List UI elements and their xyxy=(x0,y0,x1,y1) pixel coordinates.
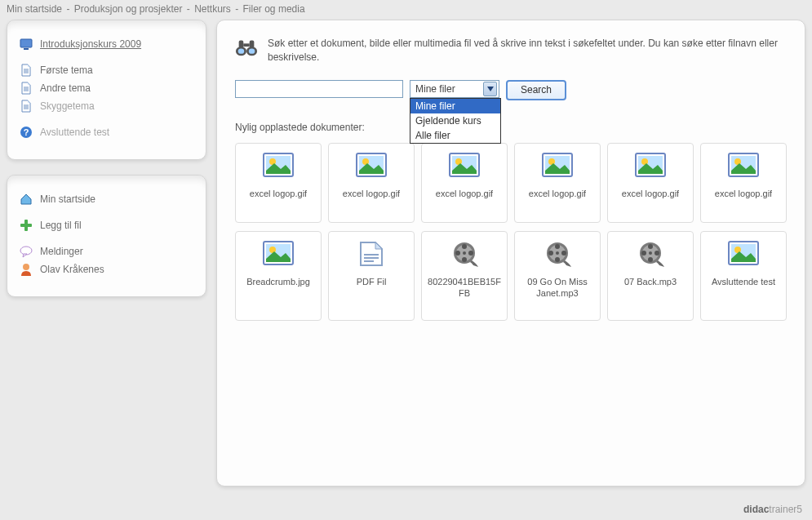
file-tile[interactable]: excel logop.gif xyxy=(235,143,322,223)
scope-option[interactable]: Mine filer xyxy=(410,99,500,113)
sidebar-item-label: Introduksjonskurs 2009 xyxy=(40,38,141,50)
sidebar-item[interactable]: Olav Kråkenes xyxy=(19,260,194,278)
file-tile[interactable]: Breadcrumb.jpg xyxy=(235,231,322,321)
scope-select-value: Mine filer xyxy=(415,83,455,95)
scope-option[interactable]: Alle filer xyxy=(410,128,500,143)
file-tile[interactable]: excel logop.gif xyxy=(607,143,694,223)
sidebar-item-label: Avsluttende test xyxy=(40,127,109,138)
breadcrumb-item[interactable]: Min startside xyxy=(7,3,62,15)
file-tile[interactable]: PDF Fil xyxy=(328,231,415,321)
file-tile[interactable]: 07 Back.mp3 xyxy=(607,231,694,321)
recent-documents-label: Nylig opplastede dokumenter: xyxy=(235,122,787,133)
help-icon xyxy=(19,126,33,139)
file-label: 09 Go On Miss Janet.mp3 xyxy=(518,276,597,300)
sidebar-item-label: Skyggetema xyxy=(40,100,95,112)
file-tile[interactable]: excel logop.gif xyxy=(328,143,415,223)
video-thumb-icon xyxy=(541,240,574,268)
plus-icon xyxy=(19,219,33,232)
file-label: excel logop.gif xyxy=(436,188,493,199)
sidebar-item-label: Første tema xyxy=(40,64,93,76)
file-label: PDF Fil xyxy=(357,276,387,287)
file-tile[interactable]: excel logop.gif xyxy=(514,143,601,223)
doc-icon xyxy=(19,64,33,77)
scope-option[interactable]: Gjeldende kurs xyxy=(410,113,500,128)
footer-brand: didactrainer5 xyxy=(743,504,802,515)
image-thumb-icon xyxy=(448,152,481,180)
file-label: Breadcrumb.jpg xyxy=(246,276,310,287)
user-icon xyxy=(19,263,33,276)
file-label: excel logop.gif xyxy=(250,188,307,199)
file-label: 80229041BEB15FFB xyxy=(425,276,504,300)
video-thumb-icon xyxy=(634,240,667,268)
sidebar-item[interactable]: Introduksjonskurs 2009 xyxy=(19,35,194,53)
file-label: 07 Back.mp3 xyxy=(624,276,677,287)
sidebar-item[interactable]: Skyggetema xyxy=(19,97,194,115)
sidebar-item[interactable]: Første tema xyxy=(19,61,194,79)
doc-icon xyxy=(19,82,33,95)
file-tile[interactable]: excel logop.gif xyxy=(700,143,787,223)
image-thumb-icon xyxy=(262,240,295,268)
sidebar-panel-nav: Min startsideLegg til filMeldingerOlav K… xyxy=(7,175,206,297)
intro-text: Søk etter et dokument, bilde eller multi… xyxy=(268,37,787,65)
sidebar-panel-course: Introduksjonskurs 2009Første temaAndre t… xyxy=(7,20,206,160)
sidebar-item[interactable]: Meldinger xyxy=(19,242,194,260)
scope-select[interactable]: Mine filer xyxy=(410,80,499,98)
sidebar-item-label: Legg til fil xyxy=(40,220,82,231)
sidebar-item-label: Meldinger xyxy=(40,246,83,257)
sidebar-item[interactable]: Andre tema xyxy=(19,79,194,97)
video-thumb-icon xyxy=(448,240,481,268)
home-icon xyxy=(19,193,33,206)
image-thumb-icon xyxy=(727,152,760,180)
scope-dropdown: Mine filerGjeldende kursAlle filer xyxy=(410,98,501,144)
sidebar-item-label: Olav Kråkenes xyxy=(40,264,104,275)
file-tile[interactable]: Avsluttende test xyxy=(700,231,787,321)
image-thumb-icon xyxy=(727,240,760,268)
sidebar-item[interactable]: Avsluttende test xyxy=(19,123,194,141)
file-label: excel logop.gif xyxy=(622,188,679,199)
chevron-down-icon xyxy=(483,82,497,96)
file-tile[interactable]: excel logop.gif xyxy=(421,143,508,223)
monitor-icon xyxy=(19,38,33,51)
breadcrumb-item[interactable]: Nettkurs xyxy=(194,3,231,15)
search-input[interactable] xyxy=(235,80,403,98)
pdf-thumb-icon xyxy=(355,240,388,268)
search-button[interactable]: Search xyxy=(506,80,566,100)
file-label: excel logop.gif xyxy=(343,188,400,199)
doc-icon xyxy=(19,100,33,113)
file-label: excel logop.gif xyxy=(715,188,772,199)
breadcrumb-item[interactable]: Filer og media xyxy=(243,3,305,15)
sidebar-item[interactable]: Legg til fil xyxy=(19,216,194,234)
image-thumb-icon xyxy=(355,152,388,180)
breadcrumb-item[interactable]: Produksjon og prosjekter xyxy=(74,3,183,15)
sidebar-item-label: Andre tema xyxy=(40,82,91,94)
chat-icon xyxy=(19,245,33,258)
file-tile[interactable]: 09 Go On Miss Janet.mp3 xyxy=(514,231,601,321)
breadcrumb: Min startside - Produksjon og prosjekter… xyxy=(0,0,812,20)
image-thumb-icon xyxy=(541,152,574,180)
image-thumb-icon xyxy=(634,152,667,180)
binoculars-icon xyxy=(235,37,258,65)
file-label: Avsluttende test xyxy=(712,276,775,287)
sidebar-item[interactable]: Min startside xyxy=(19,190,194,208)
sidebar-item-label: Min startside xyxy=(40,193,95,205)
file-label: excel logop.gif xyxy=(529,188,586,199)
file-tile[interactable]: 80229041BEB15FFB xyxy=(421,231,508,321)
image-thumb-icon xyxy=(262,152,295,180)
main-panel: Søk etter et dokument, bilde eller multi… xyxy=(216,20,805,487)
